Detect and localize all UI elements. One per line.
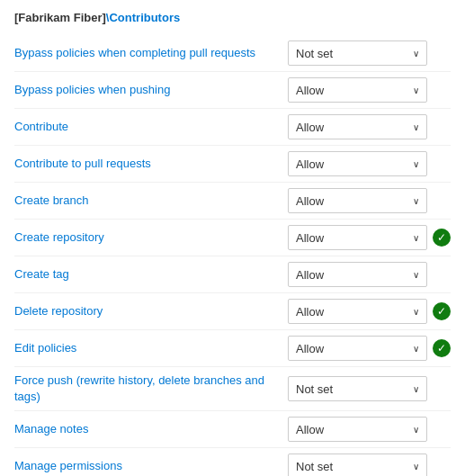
dropdown-value-contribute-pr: Allow — [296, 157, 324, 171]
permission-row-manage-permissions: Manage permissionsNot set∨ — [14, 448, 451, 476]
chevron-down-icon: ∨ — [413, 344, 419, 354]
check-icon-edit-policies: ✓ — [433, 339, 451, 357]
permission-control-force-push: Not set∨ — [288, 376, 451, 401]
permission-control-bypass-policies-pr: Not set∨ — [288, 40, 451, 66]
permission-dropdown-bypass-policies-push[interactable]: Allow∨ — [288, 77, 427, 103]
chevron-down-icon: ∨ — [413, 196, 419, 206]
dropdown-value-create-branch: Allow — [296, 194, 324, 208]
chevron-down-icon: ∨ — [413, 85, 419, 95]
check-placeholder-manage-notes — [433, 420, 451, 438]
permission-label-manage-permissions: Manage permissions — [14, 458, 288, 474]
permission-label-create-branch: Create branch — [14, 193, 288, 209]
chevron-down-icon: ∨ — [413, 307, 419, 317]
permission-label-create-tag: Create tag — [14, 266, 288, 283]
permission-row-bypass-policies-push: Bypass policies when pushingAllow∨ — [14, 72, 451, 109]
permission-control-contribute: Allow∨ — [288, 114, 451, 139]
check-placeholder-bypass-policies-pr — [433, 44, 451, 62]
dropdown-value-manage-permissions: Not set — [296, 460, 333, 473]
check-placeholder-contribute — [433, 118, 451, 136]
permission-dropdown-contribute[interactable]: Allow∨ — [288, 114, 427, 139]
dropdown-value-bypass-policies-pr: Not set — [296, 47, 333, 60]
dropdown-value-delete-repository: Allow — [296, 305, 324, 319]
dropdown-value-edit-policies: Allow — [296, 342, 324, 355]
check-icon-delete-repository: ✓ — [433, 302, 451, 320]
permission-row-create-tag: Create tagAllow∨ — [14, 256, 451, 293]
check-placeholder-create-branch — [433, 192, 451, 210]
chevron-down-icon: ∨ — [413, 159, 419, 169]
dropdown-value-create-tag: Allow — [296, 268, 324, 282]
dropdown-value-contribute: Allow — [296, 121, 324, 134]
check-placeholder-create-tag — [433, 265, 451, 283]
permission-control-manage-notes: Allow∨ — [288, 417, 451, 442]
chevron-down-icon: ∨ — [413, 462, 419, 472]
chevron-down-icon: ∨ — [413, 49, 419, 58]
permission-dropdown-contribute-pr[interactable]: Allow∨ — [288, 151, 427, 176]
permission-label-contribute: Contribute — [14, 119, 288, 135]
permission-dropdown-manage-permissions[interactable]: Not set∨ — [288, 454, 427, 476]
chevron-down-icon: ∨ — [413, 425, 419, 435]
permission-label-bypass-policies-pr: Bypass policies when completing pull req… — [14, 45, 288, 61]
check-placeholder-force-push — [433, 380, 451, 398]
permission-control-delete-repository: Allow∨✓ — [288, 299, 451, 324]
permission-dropdown-edit-policies[interactable]: Allow∨ — [288, 336, 427, 361]
permission-dropdown-create-tag[interactable]: Allow∨ — [288, 262, 427, 287]
check-placeholder-bypass-policies-push — [433, 81, 451, 99]
permission-label-force-push: Force push (rewrite history, delete bran… — [14, 373, 288, 405]
permission-control-create-branch: Allow∨ — [288, 188, 451, 213]
chevron-down-icon: ∨ — [413, 122, 419, 132]
permission-control-bypass-policies-push: Allow∨ — [288, 77, 451, 103]
permission-row-bypass-policies-pr: Bypass policies when completing pull req… — [14, 35, 451, 72]
permission-row-force-push: Force push (rewrite history, delete bran… — [14, 367, 451, 411]
permission-dropdown-manage-notes[interactable]: Allow∨ — [288, 417, 427, 442]
permission-dropdown-delete-repository[interactable]: Allow∨ — [288, 299, 427, 324]
group-prefix: [Fabrikam Fiber] — [14, 11, 106, 24]
permission-dropdown-create-branch[interactable]: Allow∨ — [288, 188, 427, 213]
dropdown-value-force-push: Not set — [296, 382, 333, 396]
permission-label-create-repository: Create repository — [14, 229, 288, 246]
check-placeholder-manage-permissions — [433, 457, 451, 475]
permission-control-contribute-pr: Allow∨ — [288, 151, 451, 176]
permission-row-create-repository: Create repositoryAllow∨✓ — [14, 220, 451, 256]
permission-row-contribute: ContributeAllow∨ — [14, 109, 451, 146]
permission-row-manage-notes: Manage notesAllow∨ — [14, 411, 451, 448]
permission-control-create-tag: Allow∨ — [288, 262, 451, 287]
permission-control-create-repository: Allow∨✓ — [288, 225, 451, 250]
permission-row-delete-repository: Delete repositoryAllow∨✓ — [14, 293, 451, 330]
permission-dropdown-create-repository[interactable]: Allow∨ — [288, 225, 427, 250]
chevron-down-icon: ∨ — [413, 270, 419, 280]
check-icon-create-repository: ✓ — [433, 229, 451, 247]
permissions-list: Bypass policies when completing pull req… — [14, 35, 451, 476]
permission-label-delete-repository: Delete repository — [14, 303, 288, 319]
permission-dropdown-bypass-policies-pr[interactable]: Not set∨ — [288, 40, 427, 66]
check-placeholder-contribute-pr — [433, 155, 451, 173]
permission-label-manage-notes: Manage notes — [14, 421, 288, 437]
permission-control-manage-permissions: Not set∨ — [288, 454, 451, 476]
chevron-down-icon: ∨ — [413, 384, 419, 394]
permission-label-bypass-policies-push: Bypass policies when pushing — [14, 82, 288, 98]
permission-row-edit-policies: Edit policiesAllow∨✓ — [14, 330, 451, 367]
permission-row-create-branch: Create branchAllow∨ — [14, 183, 451, 220]
dropdown-value-manage-notes: Allow — [296, 423, 324, 436]
permission-label-contribute-pr: Contribute to pull requests — [14, 156, 288, 172]
group-title: [Fabrikam Fiber]\Contributors — [14, 11, 451, 24]
permission-control-edit-policies: Allow∨✓ — [288, 336, 451, 361]
permission-label-edit-policies: Edit policies — [14, 340, 288, 356]
dropdown-value-create-repository: Allow — [296, 231, 324, 245]
permission-row-contribute-pr: Contribute to pull requestsAllow∨ — [14, 146, 451, 183]
chevron-down-icon: ∨ — [413, 233, 419, 243]
group-name: \Contributors — [106, 11, 180, 24]
dropdown-value-bypass-policies-push: Allow — [296, 84, 324, 97]
permission-dropdown-force-push[interactable]: Not set∨ — [288, 376, 427, 401]
